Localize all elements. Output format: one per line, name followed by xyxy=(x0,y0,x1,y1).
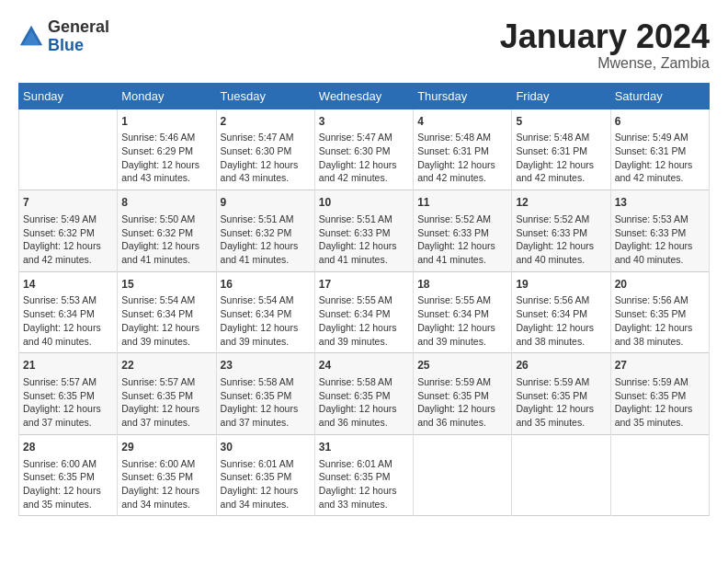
calendar-cell: 9Sunrise: 5:51 AMSunset: 6:32 PMDaylight… xyxy=(216,190,314,272)
day-number: 29 xyxy=(121,440,211,455)
calendar-cell: 1Sunrise: 5:46 AMSunset: 6:29 PMDaylight… xyxy=(118,109,216,190)
calendar-cell: 21Sunrise: 5:57 AMSunset: 6:35 PMDayligh… xyxy=(19,353,118,435)
calendar-cell: 28Sunrise: 6:00 AMSunset: 6:35 PMDayligh… xyxy=(19,434,118,516)
calendar-cell: 20Sunrise: 5:56 AMSunset: 6:35 PMDayligh… xyxy=(610,271,709,353)
day-info: Sunrise: 6:00 AMSunset: 6:35 PMDaylight:… xyxy=(23,457,113,511)
calendar-week-1: 1Sunrise: 5:46 AMSunset: 6:29 PMDaylight… xyxy=(19,109,710,190)
day-number: 28 xyxy=(23,440,113,455)
col-monday: Monday xyxy=(118,83,216,109)
day-number: 26 xyxy=(516,358,606,373)
calendar-cell: 2Sunrise: 5:47 AMSunset: 6:30 PMDaylight… xyxy=(216,109,314,190)
calendar-cell xyxy=(610,434,709,516)
day-info: Sunrise: 5:47 AMSunset: 6:30 PMDaylight:… xyxy=(221,131,311,185)
day-number: 12 xyxy=(516,195,606,211)
day-number: 10 xyxy=(319,195,409,211)
day-info: Sunrise: 5:57 AMSunset: 6:35 PMDaylight:… xyxy=(121,375,211,430)
day-number: 24 xyxy=(319,358,409,373)
calendar-cell: 16Sunrise: 5:54 AMSunset: 6:34 PMDayligh… xyxy=(216,271,314,353)
day-number: 8 xyxy=(121,195,211,211)
day-info: Sunrise: 6:01 AMSunset: 6:35 PMDaylight:… xyxy=(319,457,409,511)
day-number: 4 xyxy=(417,114,507,130)
calendar-cell: 31Sunrise: 6:01 AMSunset: 6:35 PMDayligh… xyxy=(314,434,413,516)
day-number: 22 xyxy=(121,358,211,373)
logo-general-text: General xyxy=(48,18,109,37)
calendar-cell: 19Sunrise: 5:56 AMSunset: 6:34 PMDayligh… xyxy=(512,271,610,353)
day-info: Sunrise: 5:53 AMSunset: 6:34 PMDaylight:… xyxy=(23,293,113,348)
page: General Blue January 2024 Mwense, Zambia… xyxy=(0,0,728,525)
day-number: 5 xyxy=(516,114,606,130)
calendar-week-3: 14Sunrise: 5:53 AMSunset: 6:34 PMDayligh… xyxy=(19,271,710,353)
day-info: Sunrise: 5:55 AMSunset: 6:34 PMDaylight:… xyxy=(319,293,409,348)
calendar-cell: 18Sunrise: 5:55 AMSunset: 6:34 PMDayligh… xyxy=(414,271,512,353)
calendar-cell: 15Sunrise: 5:54 AMSunset: 6:34 PMDayligh… xyxy=(118,271,216,353)
day-info: Sunrise: 6:00 AMSunset: 6:35 PMDaylight:… xyxy=(121,457,211,511)
day-info: Sunrise: 5:52 AMSunset: 6:33 PMDaylight:… xyxy=(417,213,507,267)
day-info: Sunrise: 5:46 AMSunset: 6:29 PMDaylight:… xyxy=(121,131,211,185)
day-info: Sunrise: 5:49 AMSunset: 6:32 PMDaylight:… xyxy=(23,213,113,267)
calendar-cell: 10Sunrise: 5:51 AMSunset: 6:33 PMDayligh… xyxy=(314,190,413,272)
day-info: Sunrise: 6:01 AMSunset: 6:35 PMDaylight:… xyxy=(221,457,311,511)
col-sunday: Sunday xyxy=(19,83,118,109)
day-number: 16 xyxy=(221,277,311,293)
calendar-cell: 30Sunrise: 6:01 AMSunset: 6:35 PMDayligh… xyxy=(216,434,314,516)
day-info: Sunrise: 5:50 AMSunset: 6:32 PMDaylight:… xyxy=(121,213,211,267)
calendar-cell xyxy=(414,434,512,516)
day-number: 1 xyxy=(121,114,211,130)
day-number: 25 xyxy=(417,358,507,373)
day-number: 9 xyxy=(221,195,311,211)
calendar-cell: 12Sunrise: 5:52 AMSunset: 6:33 PMDayligh… xyxy=(512,190,610,272)
calendar-cell: 8Sunrise: 5:50 AMSunset: 6:32 PMDaylight… xyxy=(118,190,216,272)
day-number: 27 xyxy=(615,358,705,373)
day-number: 20 xyxy=(615,277,705,293)
calendar-cell: 23Sunrise: 5:58 AMSunset: 6:35 PMDayligh… xyxy=(216,353,314,435)
calendar-cell: 7Sunrise: 5:49 AMSunset: 6:32 PMDaylight… xyxy=(19,190,118,272)
location: Mwense, Zambia xyxy=(500,55,710,72)
calendar-cell: 27Sunrise: 5:59 AMSunset: 6:35 PMDayligh… xyxy=(610,353,709,435)
calendar-cell xyxy=(19,109,118,190)
logo-text: General Blue xyxy=(48,18,109,55)
day-number: 6 xyxy=(615,114,705,130)
day-number: 3 xyxy=(319,114,409,130)
day-info: Sunrise: 5:57 AMSunset: 6:35 PMDaylight:… xyxy=(23,375,113,430)
logo: General Blue xyxy=(18,18,109,55)
logo-icon xyxy=(18,24,44,50)
calendar-cell: 13Sunrise: 5:53 AMSunset: 6:33 PMDayligh… xyxy=(610,190,709,272)
col-saturday: Saturday xyxy=(610,83,709,109)
calendar-cell: 26Sunrise: 5:59 AMSunset: 6:35 PMDayligh… xyxy=(512,353,610,435)
calendar-cell: 4Sunrise: 5:48 AMSunset: 6:31 PMDaylight… xyxy=(414,109,512,190)
day-info: Sunrise: 5:48 AMSunset: 6:31 PMDaylight:… xyxy=(516,131,606,185)
title-block: January 2024 Mwense, Zambia xyxy=(500,18,710,72)
day-info: Sunrise: 5:56 AMSunset: 6:35 PMDaylight:… xyxy=(615,293,705,348)
day-number: 7 xyxy=(23,195,113,211)
day-number: 2 xyxy=(221,114,311,130)
calendar-cell: 22Sunrise: 5:57 AMSunset: 6:35 PMDayligh… xyxy=(118,353,216,435)
calendar-cell: 25Sunrise: 5:59 AMSunset: 6:35 PMDayligh… xyxy=(414,353,512,435)
day-number: 31 xyxy=(319,440,409,455)
col-thursday: Thursday xyxy=(414,83,512,109)
day-info: Sunrise: 5:59 AMSunset: 6:35 PMDaylight:… xyxy=(615,375,705,430)
day-info: Sunrise: 5:48 AMSunset: 6:31 PMDaylight:… xyxy=(417,131,507,185)
logo-blue-text: Blue xyxy=(48,37,109,55)
col-wednesday: Wednesday xyxy=(314,83,413,109)
day-number: 21 xyxy=(23,358,113,373)
calendar-week-5: 28Sunrise: 6:00 AMSunset: 6:35 PMDayligh… xyxy=(19,434,710,516)
month-title: January 2024 xyxy=(500,18,710,55)
day-number: 17 xyxy=(319,277,409,293)
calendar-cell: 17Sunrise: 5:55 AMSunset: 6:34 PMDayligh… xyxy=(314,271,413,353)
day-info: Sunrise: 5:52 AMSunset: 6:33 PMDaylight:… xyxy=(516,213,606,267)
col-friday: Friday xyxy=(512,83,610,109)
calendar-cell: 14Sunrise: 5:53 AMSunset: 6:34 PMDayligh… xyxy=(19,271,118,353)
day-number: 15 xyxy=(121,277,211,293)
calendar-cell: 29Sunrise: 6:00 AMSunset: 6:35 PMDayligh… xyxy=(118,434,216,516)
calendar-table: Sunday Monday Tuesday Wednesday Thursday… xyxy=(18,83,710,517)
day-number: 30 xyxy=(221,440,311,455)
day-info: Sunrise: 5:58 AMSunset: 6:35 PMDaylight:… xyxy=(221,375,311,430)
calendar-body: 1Sunrise: 5:46 AMSunset: 6:29 PMDaylight… xyxy=(19,109,710,516)
day-info: Sunrise: 5:54 AMSunset: 6:34 PMDaylight:… xyxy=(221,293,311,348)
day-number: 14 xyxy=(23,277,113,293)
day-info: Sunrise: 5:59 AMSunset: 6:35 PMDaylight:… xyxy=(516,375,606,430)
day-number: 11 xyxy=(417,195,507,211)
calendar-cell: 11Sunrise: 5:52 AMSunset: 6:33 PMDayligh… xyxy=(414,190,512,272)
day-info: Sunrise: 5:58 AMSunset: 6:35 PMDaylight:… xyxy=(319,375,409,430)
day-number: 19 xyxy=(516,277,606,293)
